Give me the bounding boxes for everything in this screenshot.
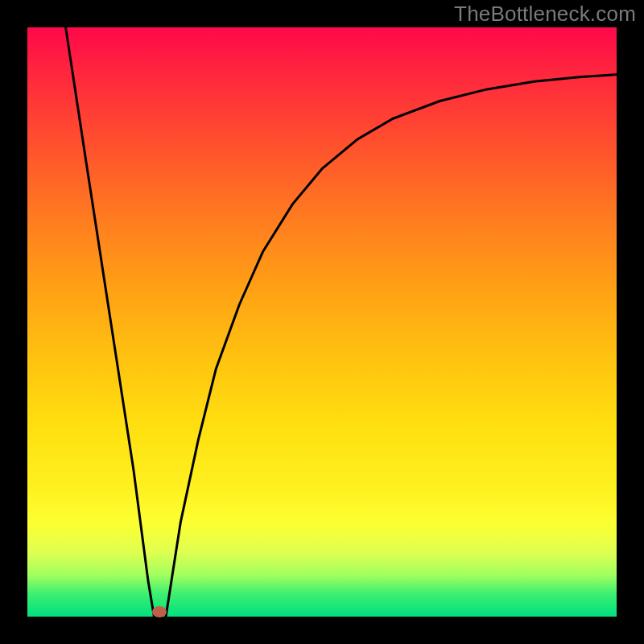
- chart-frame: TheBottleneck.com: [0, 0, 644, 644]
- plot-area: [27, 27, 617, 617]
- curve-left-branch: [66, 27, 155, 617]
- curve-right-branch: [166, 75, 617, 617]
- watermark-text: TheBottleneck.com: [454, 2, 636, 27]
- minimum-marker: [152, 606, 167, 617]
- bottleneck-curve: [27, 27, 617, 617]
